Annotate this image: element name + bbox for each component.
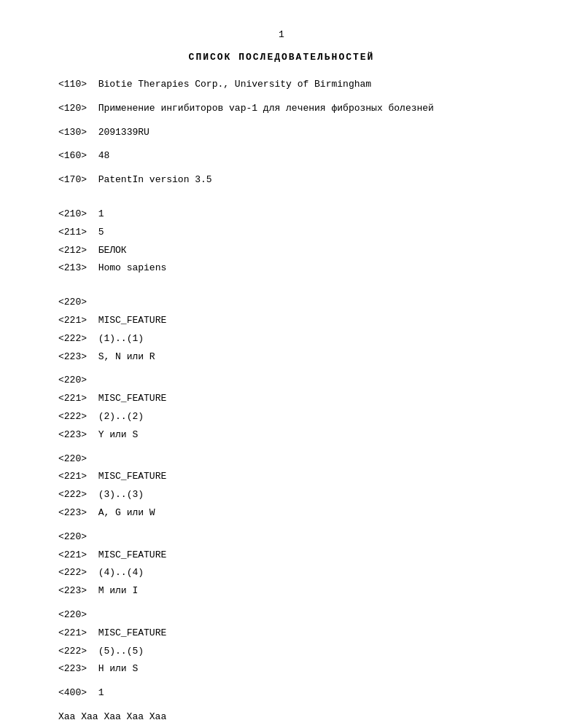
seq1-feature-2-220: <220> [58,373,505,388]
seq1-feature-5-221: <221> MISC_FEATURE [58,626,505,641]
val-170: PatentIn version 3.5 [98,174,212,185]
seq1-211: <211> 5 [58,225,505,240]
tag-130: <130> [58,127,87,138]
entry-110: <110> Biotie Therapies Corp., University… [58,77,505,93]
val-130: 2091339RU [98,127,150,138]
seq1-feature-3-223: <223> A, G или W [58,506,505,521]
tag-110: <110> [58,79,87,90]
seq1-feature-3-222: <222> (3)..(3) [58,488,505,503]
entry-120: <120> Применение ингибиторов vap-1 для л… [58,101,505,117]
seq1-feature-2-221: <221> MISC_FEATURE [58,391,505,407]
tag-170: <170> [58,174,87,185]
seq1-feature-5-220: <220> [58,608,505,623]
page-number: 1 [58,29,505,40]
seq1-400: <400> 1 [58,686,505,701]
seq1-feature-4-221: <221> MISC_FEATURE [58,548,505,563]
seq1-212: <212> БЕЛОК [58,243,505,259]
seq1-feature-5-223: <223> H или S [58,662,505,677]
seq1-seq-numbers: 1 5 [58,725,505,728]
seq1-feature-1-221: <221> MISC_FEATURE [58,313,505,329]
seq1-feature-1-222: <222> (1)..(1) [58,332,505,347]
seq1-feature-1-223: <223> S, N или R [58,350,505,365]
seq1-feature-1-220: <220> [58,295,505,310]
seq1-sequence: Xaa Xaa Xaa Xaa Xaa [58,710,505,725]
seq1-feature-4-222: <222> (4)..(4) [58,565,505,581]
entry-130: <130> 2091339RU [58,125,505,141]
seq1-213: <213> Homo sapiens [58,261,505,276]
page-title: СПИСОК ПОСЛЕДОВАТЕЛЬНОСТЕЙ [58,52,505,63]
tag-120: <120> [58,103,87,114]
seq1-feature-5-222: <222> (5)..(5) [58,644,505,659]
seq1-feature-2-223: <223> Y или S [58,428,505,443]
val-110: Biotie Therapies Corp., University of Bi… [98,79,371,90]
seq1-feature-4-223: <223> M или I [58,584,505,599]
val-120: Применение ингибиторов vap-1 для лечения… [98,103,434,114]
entry-160: <160> 48 [58,149,505,164]
seq1-feature-3-221: <221> MISC_FEATURE [58,469,505,485]
seq1-feature-2-222: <222> (2)..(2) [58,410,505,425]
seq1-feature-4-220: <220> [58,530,505,545]
entry-170: <170> PatentIn version 3.5 [58,173,505,188]
tag-160: <160> [58,150,87,161]
seq1-feature-3-220: <220> [58,452,505,467]
seq1-210: <210> 1 [58,207,505,222]
val-160: 48 [98,150,110,161]
